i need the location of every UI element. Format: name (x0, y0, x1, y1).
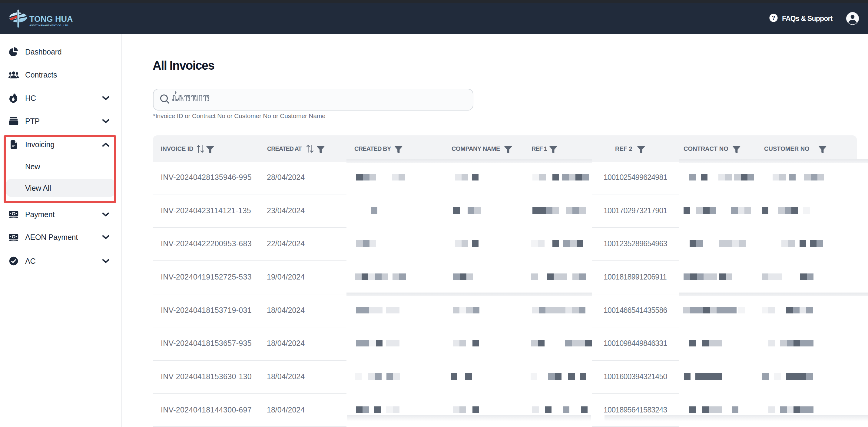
svg-text:?: ? (772, 15, 775, 21)
